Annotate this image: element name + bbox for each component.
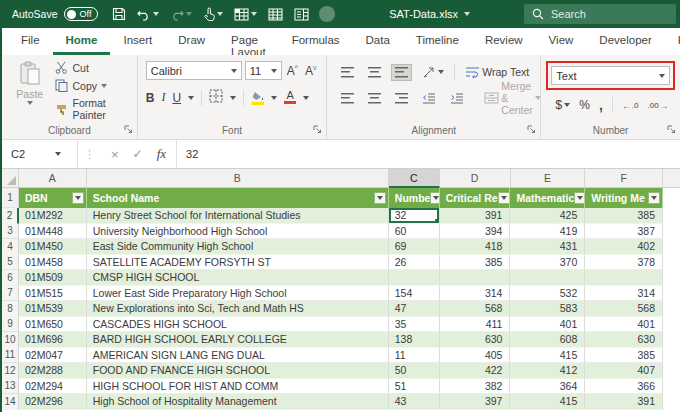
- underline-button[interactable]: U: [172, 91, 181, 105]
- cell-g4[interactable]: [663, 239, 680, 255]
- cell-f8[interactable]: 568: [585, 301, 663, 317]
- underline-dropdown-icon[interactable]: [188, 96, 194, 100]
- number-dialog-launcher[interactable]: [667, 124, 676, 136]
- filter-button-number[interactable]: [430, 192, 439, 204]
- cell-d2[interactable]: 391: [440, 208, 511, 224]
- select-all-button[interactable]: [2, 169, 19, 188]
- cell-d14[interactable]: 397: [440, 394, 511, 410]
- search-input[interactable]: [551, 8, 651, 20]
- decrease-indent-button[interactable]: [418, 90, 440, 107]
- cell-f2[interactable]: 385: [585, 208, 663, 224]
- cell-e4[interactable]: 431: [510, 239, 585, 255]
- decrease-font-size-button[interactable]: Av: [303, 64, 319, 78]
- cell-a14[interactable]: 02M296: [19, 394, 87, 410]
- cell-c3[interactable]: 60: [389, 224, 440, 240]
- column-header-b[interactable]: B: [87, 169, 389, 188]
- cell-d6[interactable]: [440, 270, 511, 286]
- tab-home[interactable]: Home: [53, 28, 111, 55]
- filter-button-mathematics[interactable]: [574, 192, 585, 204]
- fill-color-dropdown-icon[interactable]: [271, 96, 277, 100]
- cell-a7[interactable]: 01M515: [19, 286, 87, 302]
- cell-b9[interactable]: CASCADES HIGH SCHOOL: [87, 317, 389, 333]
- font-dialog-launcher[interactable]: [313, 124, 322, 136]
- search-box[interactable]: [524, 4, 676, 24]
- header-cell-mathematics[interactable]: Mathematic: [510, 188, 585, 208]
- font-color-dropdown-icon[interactable]: [303, 96, 309, 100]
- row-header-6[interactable]: 6: [2, 270, 19, 286]
- clipboard-dialog-launcher[interactable]: [124, 124, 133, 136]
- header-cell-writing-mean[interactable]: Writing Me: [585, 188, 663, 208]
- column-header-e[interactable]: E: [511, 169, 586, 188]
- row-header-5[interactable]: 5: [2, 255, 19, 271]
- header-cell-dbn[interactable]: DBN: [19, 188, 87, 208]
- cell-b4[interactable]: East Side Community High School: [87, 239, 389, 255]
- format-painter-button[interactable]: Format Painter: [55, 97, 136, 121]
- cell-f6[interactable]: [585, 270, 663, 286]
- tab-review[interactable]: Review: [472, 28, 536, 55]
- row-header-7[interactable]: 7: [2, 286, 19, 302]
- cell-f9[interactable]: 401: [585, 317, 663, 333]
- cell-c6[interactable]: [389, 270, 440, 286]
- cell-b2[interactable]: Henry Street School for International St…: [87, 208, 389, 224]
- italic-button[interactable]: I: [161, 90, 165, 105]
- cell-e8[interactable]: 583: [510, 301, 585, 317]
- copy-button[interactable]: Copy: [55, 79, 136, 92]
- save-button[interactable]: [112, 7, 126, 21]
- row-header-4[interactable]: 4: [2, 239, 19, 255]
- cell-a8[interactable]: 01M539: [19, 301, 87, 317]
- cell-e12[interactable]: 412: [510, 363, 585, 379]
- cell-e5[interactable]: 370: [510, 255, 585, 271]
- align-center-button[interactable]: [364, 90, 385, 107]
- cell-a13[interactable]: 02M294: [19, 379, 87, 395]
- cell-f3[interactable]: 387: [585, 224, 663, 240]
- cell-c5[interactable]: 26: [389, 255, 440, 271]
- cell-a5[interactable]: 01M458: [19, 255, 87, 271]
- cell-d12[interactable]: 422: [440, 363, 511, 379]
- cell-e10[interactable]: 608: [510, 332, 585, 348]
- tab-page-layout[interactable]: Page Layout: [218, 28, 279, 55]
- cell-a11[interactable]: 02M047: [19, 348, 87, 364]
- cell-b11[interactable]: AMERICAN SIGN LANG ENG DUAL: [87, 348, 389, 364]
- row-header-13[interactable]: 13: [2, 379, 19, 395]
- cell-g12[interactable]: [663, 363, 680, 379]
- cell-e9[interactable]: 401: [510, 317, 585, 333]
- cell-f12[interactable]: 407: [585, 363, 663, 379]
- cell-g8[interactable]: [663, 301, 680, 317]
- row-header-9[interactable]: 9: [2, 317, 19, 333]
- cell-b7[interactable]: Lower East Side Preparatory High School: [87, 286, 389, 302]
- orientation-button[interactable]: [418, 63, 448, 82]
- cell-c13[interactable]: 51: [389, 379, 440, 395]
- cell-g11[interactable]: [663, 348, 680, 364]
- row-header-2[interactable]: 2: [2, 208, 19, 224]
- row-header-11[interactable]: 11: [2, 348, 19, 364]
- percent-style-button[interactable]: %: [579, 98, 590, 112]
- worksheet-button[interactable]: [268, 8, 283, 21]
- increase-indent-button[interactable]: [446, 90, 468, 107]
- cell-e13[interactable]: 364: [510, 379, 585, 395]
- cell-e2[interactable]: 425: [510, 208, 585, 224]
- cell-g3[interactable]: [663, 224, 680, 240]
- cell-a6[interactable]: 01M509: [19, 270, 87, 286]
- cell-b8[interactable]: New Explorations into Sci, Tech and Math…: [87, 301, 389, 317]
- number-format-select[interactable]: Text: [551, 66, 670, 85]
- cell-b10[interactable]: BARD HIGH SCHOOL EARLY COLLEGE: [87, 332, 389, 348]
- cell-f11[interactable]: 385: [585, 348, 663, 364]
- cell-b12[interactable]: FOOD AND FNANCE HIGH SCHOOL: [87, 363, 389, 379]
- tab-insert[interactable]: Insert: [110, 28, 165, 55]
- cell-g5[interactable]: [663, 255, 680, 271]
- cell-g2[interactable]: [663, 208, 680, 224]
- column-header-d[interactable]: D: [440, 169, 511, 188]
- cell-d7[interactable]: 314: [440, 286, 511, 302]
- tab-help[interactable]: Help: [665, 28, 680, 55]
- cell-c2[interactable]: 32: [389, 208, 440, 224]
- accounting-format-button[interactable]: $: [555, 98, 570, 112]
- font-name-select[interactable]: Calibri: [146, 61, 242, 80]
- cell-b13[interactable]: HIGH SCHOOL FOR HIST AND COMM: [87, 379, 389, 395]
- cell-e14[interactable]: 415: [510, 394, 585, 410]
- cell-e11[interactable]: 415: [510, 348, 585, 364]
- column-header-a[interactable]: A: [19, 169, 87, 188]
- borders-dropdown-icon[interactable]: [230, 96, 236, 100]
- align-bottom-button[interactable]: [391, 64, 412, 81]
- cell-f13[interactable]: 366: [585, 379, 663, 395]
- header-cell-school-name[interactable]: School Name: [87, 188, 389, 208]
